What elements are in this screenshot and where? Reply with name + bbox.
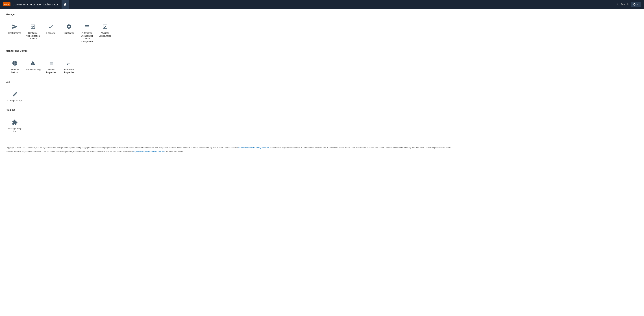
monitor-section-title: Monitor and Control [6,50,638,54]
search-area: Search [616,3,628,6]
extension-properties-label: Extension Properties [61,68,76,74]
plugins-section-title: Plug-Ins [6,109,638,113]
configure-auth-item[interactable]: Configure Authentication Provider [24,21,42,45]
search-label: Search [620,3,628,6]
system-properties-item[interactable]: System Properties [42,58,60,76]
manage-items-grid: Host Settings Configure Authentication P… [6,21,638,45]
log-section-title: Log [6,81,638,85]
runtime-metrics-label: Runtime Metrics [7,68,22,74]
vmware-logo: vmw [3,2,10,6]
home-button[interactable] [62,0,69,9]
monitor-items-grid: Runtime Metrics Troubleshooting System P… [6,58,638,76]
certificates-label: Certificates [64,32,74,35]
main-content: Manage Host Settings Configure Authentic… [0,9,644,144]
plugins-items-grid: Manage Plug-Ins [6,117,638,135]
troubleshooting-item[interactable]: Troubleshooting [24,58,42,76]
validate-icon [102,23,109,30]
copyright-prefix: Copyright © 1998 - 2023 VMware, Inc. All… [6,146,238,149]
login-icon [29,23,36,30]
plugins-section: Plug-Ins Manage Plug-Ins [6,109,638,135]
footer: Copyright © 1998 - 2023 VMware, Inc. All… [0,144,644,155]
runtime-metrics-item[interactable]: Runtime Metrics [6,58,24,76]
automation-cluster-label: Automation Orchestrator Cluster Manageme… [80,32,94,43]
info-link[interactable]: http://www.vmware.com/info?id=884 [134,150,165,153]
plugins-prefix: VMware products may contain individual o… [6,150,134,153]
log-section: Log Configure Logs [6,81,638,104]
host-settings-item[interactable]: Host Settings [6,21,24,45]
troubleshooting-label: Troubleshooting [25,68,40,71]
licensing-label: Licensing [46,32,56,35]
pie-chart-icon [11,60,18,67]
chevron-down-icon [636,3,639,6]
configure-logs-item[interactable]: Configure Logs [6,89,24,104]
opensource-text: VMware products may contain individual o… [6,150,638,153]
log-items-grid: Configure Logs [6,89,638,104]
manage-section: Manage Host Settings Configure Authentic… [6,13,638,45]
configure-logs-label: Configure Logs [8,99,22,102]
host-settings-label: Host Settings [8,32,21,35]
puzzle-icon [11,119,18,126]
patents-link[interactable]: http://www.vmware.com/go/patents [238,146,269,149]
info-suffix: for more information. [165,150,184,153]
validate-config-label: Validate Configuration [98,32,113,37]
settings-button[interactable] [631,2,641,7]
manage-plugins-item[interactable]: Manage Plug-Ins [6,117,24,135]
validate-config-item[interactable]: Validate Configuration [96,21,114,45]
system-props-icon [47,60,54,67]
edit-doc-icon [11,91,18,98]
extension-properties-item[interactable]: Extension Properties [60,58,78,76]
extension-props-icon [65,60,72,67]
certificates-item[interactable]: Certificates [60,21,78,45]
monitor-section: Monitor and Control Runtime Metrics Trou… [6,50,638,76]
system-properties-label: System Properties [43,68,58,74]
licensing-item[interactable]: Licensing [42,21,60,45]
check-icon [47,23,54,30]
copyright-text: Copyright © 1998 - 2023 VMware, Inc. All… [6,146,638,149]
gear-icon [633,3,636,6]
header: vmw VMware Aria Automation Orchestrator … [0,0,644,9]
send-icon [11,23,18,30]
app-title: VMware Aria Automation Orchestrator [13,3,58,6]
automation-cluster-item[interactable]: Automation Orchestrator Cluster Manageme… [78,21,96,45]
warning-icon [29,60,36,67]
manage-section-title: Manage [6,13,638,17]
manage-plugins-label: Manage Plug-Ins [7,127,22,133]
certificates-icon [65,23,72,30]
cluster-icon [84,23,90,30]
search-icon [616,3,620,6]
home-icon [63,3,67,6]
trademark-text: . VMware is a registered trademark or tr… [269,146,451,149]
configure-auth-label: Configure Authentication Provider [25,32,40,40]
